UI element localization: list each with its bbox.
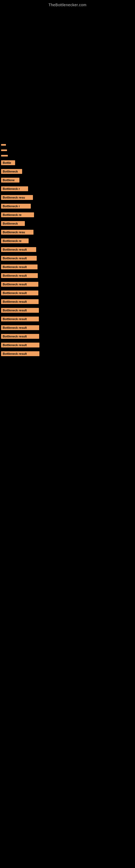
result-bar[interactable]: Bottle [1,160,15,165]
result-item [1,150,134,151]
result-item: Bottleneck [1,169,134,174]
result-bar[interactable]: Bottleneck result [1,325,39,330]
result-bar[interactable] [1,155,8,156]
result-item: Bottleneck r [1,186,134,191]
result-bar[interactable]: Bottleneck resu [1,195,33,200]
result-item: Bottleneck resu [1,230,134,235]
result-bar[interactable]: Bottleneck result [1,343,39,347]
result-bar[interactable]: Bottleneck result [1,247,36,252]
result-item: Bottleneck result [1,273,134,278]
result-bar[interactable]: Bottleneck result [1,351,39,356]
result-item: Bottleneck result [1,325,134,330]
result-bar[interactable]: Bottleneck re [1,239,29,243]
result-item: Bottleneck result [1,256,134,261]
result-bar[interactable]: Bottleneck result [1,334,39,339]
result-bar[interactable]: Bottleneck [1,169,22,174]
result-item: Bottleneck result [1,343,134,347]
result-item: Bottleneck result [1,282,134,287]
result-item: Bottlene [1,178,134,183]
results-section: BottleBottleneckBottleneBottleneck rBott… [0,144,135,360]
result-bar[interactable]: Bottleneck resu [1,230,34,235]
result-bar[interactable]: Bottleneck [1,221,25,226]
result-item: Bottleneck result [1,290,134,296]
result-item [1,155,134,156]
result-bar[interactable] [1,144,6,146]
result-item: Bottleneck result [1,265,134,269]
result-bar[interactable]: Bottleneck r [1,204,31,209]
result-bar[interactable]: Bottleneck re [1,212,34,217]
result-item: Bottle [1,160,134,165]
result-bar[interactable]: Bottleneck result [1,316,39,321]
result-bar[interactable]: Bottleneck result [1,290,38,296]
result-item: Bottleneck result [1,316,134,321]
result-item: Bottleneck result [1,247,134,252]
result-item: Bottleneck result [1,334,134,339]
result-item: Bottleneck result [1,299,134,304]
result-item: Bottleneck re [1,212,134,217]
result-bar[interactable]: Bottleneck result [1,273,38,278]
result-bar[interactable]: Bottleneck result [1,282,38,287]
result-bar[interactable]: Bottleneck result [1,299,39,304]
result-item: Bottleneck r [1,204,134,209]
site-title: TheBottlenecker.com [0,0,135,8]
result-bar[interactable] [1,150,7,151]
result-item: Bottleneck [1,221,134,226]
result-item: Bottleneck resu [1,195,134,200]
result-bar[interactable]: Bottleneck r [1,186,28,191]
result-bar[interactable]: Bottlene [1,178,19,183]
result-bar[interactable]: Bottleneck result [1,308,39,313]
result-item: Bottleneck result [1,308,134,313]
result-item: Bottleneck result [1,351,134,356]
result-bar[interactable]: Bottleneck result [1,256,37,261]
result-item [1,144,134,146]
chart-area [0,8,135,138]
result-item: Bottleneck re [1,239,134,243]
result-bar[interactable]: Bottleneck result [1,265,38,269]
